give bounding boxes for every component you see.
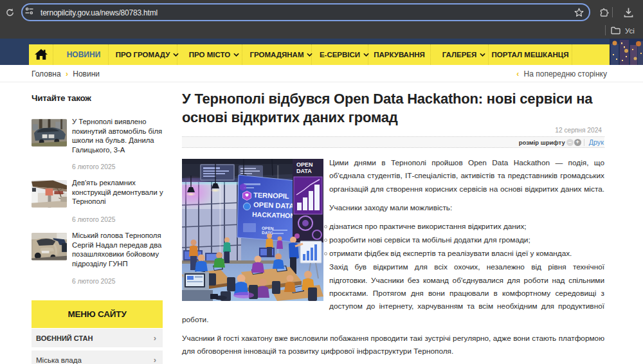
svg-text:OPEN DATA: OPEN DATA: [253, 201, 294, 210]
svg-text:OPEN: OPEN: [296, 161, 313, 168]
svg-text:HACKATHON: HACKATHON: [252, 210, 295, 219]
svg-text:DATA: DATA: [296, 168, 312, 174]
svg-text:TERNOPIL: TERNOPIL: [253, 191, 289, 200]
